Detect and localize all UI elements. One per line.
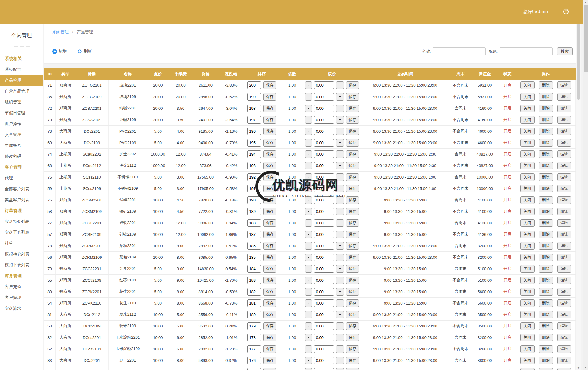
- close-button[interactable]: 关闭: [520, 173, 535, 181]
- bargain-input[interactable]: [314, 242, 334, 250]
- delete-button[interactable]: 删除: [539, 81, 553, 89]
- window-scroll-up-icon[interactable]: ▲: [583, 1, 588, 4]
- delete-button[interactable]: 删除: [539, 334, 553, 341]
- sidebar-item-实盘客户列表[interactable]: 实盘客户列表: [0, 194, 43, 205]
- bargain-save-button[interactable]: 保存: [346, 299, 359, 307]
- close-button[interactable]: 关闭: [520, 368, 535, 370]
- bargain-minus-button[interactable]: -: [305, 231, 312, 238]
- sort-input[interactable]: [247, 93, 261, 101]
- sort-input[interactable]: [247, 185, 261, 192]
- edit-button[interactable]: 编辑: [557, 162, 571, 169]
- bargain-plus-button[interactable]: +: [336, 299, 344, 307]
- bargain-input[interactable]: [314, 368, 334, 370]
- title-filter-input[interactable]: [500, 47, 553, 55]
- sort-save-button[interactable]: 保存: [263, 277, 276, 284]
- bargain-minus-button[interactable]: -: [305, 208, 312, 215]
- bargain-save-button[interactable]: 保存: [346, 196, 359, 204]
- window-scrollbar-thumb[interactable]: [584, 5, 588, 72]
- edit-button[interactable]: 编辑: [557, 116, 571, 124]
- sort-input[interactable]: [247, 368, 261, 370]
- sort-input[interactable]: [247, 173, 261, 181]
- sidebar-item-实盘流水[interactable]: 实盘流水: [0, 303, 43, 314]
- bargain-save-button[interactable]: 保存: [346, 254, 359, 261]
- sort-save-button[interactable]: 保存: [263, 265, 276, 273]
- bargain-plus-button[interactable]: +: [336, 116, 344, 124]
- sort-input[interactable]: [247, 81, 261, 89]
- bargain-input[interactable]: [314, 128, 334, 135]
- sidebar-item-全部客户列表[interactable]: 全部客户列表: [0, 184, 43, 194]
- close-button[interactable]: 关闭: [520, 162, 535, 169]
- bargain-save-button[interactable]: 保存: [346, 185, 359, 192]
- bargain-minus-button[interactable]: -: [305, 288, 312, 296]
- bargain-input[interactable]: [314, 265, 334, 273]
- sort-save-button[interactable]: 保存: [263, 219, 276, 227]
- sort-input[interactable]: [247, 265, 261, 273]
- bargain-minus-button[interactable]: -: [305, 150, 312, 158]
- sort-input[interactable]: [247, 128, 261, 135]
- close-button[interactable]: 关闭: [520, 116, 535, 124]
- bargain-plus-button[interactable]: +: [336, 242, 344, 250]
- bargain-input[interactable]: [314, 299, 334, 307]
- sort-input[interactable]: [247, 162, 261, 169]
- delete-button[interactable]: 删除: [539, 196, 553, 204]
- bargain-minus-button[interactable]: -: [305, 196, 312, 204]
- sort-input[interactable]: [247, 242, 261, 250]
- bargain-plus-button[interactable]: +: [336, 139, 344, 147]
- delete-button[interactable]: 删除: [539, 105, 553, 112]
- edit-button[interactable]: 编辑: [557, 105, 571, 112]
- edit-button[interactable]: 编辑: [557, 219, 571, 227]
- bargain-minus-button[interactable]: -: [305, 219, 312, 227]
- bargain-plus-button[interactable]: +: [336, 254, 344, 261]
- sort-input[interactable]: [247, 277, 261, 284]
- sort-save-button[interactable]: 保存: [263, 299, 276, 307]
- bargain-input[interactable]: [314, 208, 334, 215]
- bargain-minus-button[interactable]: -: [305, 357, 312, 364]
- close-button[interactable]: 关闭: [520, 345, 535, 353]
- close-button[interactable]: 关闭: [520, 254, 535, 261]
- sort-save-button[interactable]: 保存: [263, 185, 276, 192]
- sidebar-item-客户充值[interactable]: 客户充值: [0, 281, 43, 292]
- close-button[interactable]: 关闭: [520, 265, 535, 273]
- close-button[interactable]: 关闭: [520, 322, 535, 330]
- edit-button[interactable]: 编辑: [557, 254, 571, 261]
- bargain-save-button[interactable]: 保存: [346, 311, 359, 318]
- sidebar-item-文章管理[interactable]: 文章管理: [0, 129, 43, 140]
- delete-button[interactable]: 删除: [539, 162, 553, 169]
- bargain-save-button[interactable]: 保存: [346, 105, 359, 112]
- close-button[interactable]: 关闭: [520, 311, 535, 318]
- close-button[interactable]: 关闭: [520, 150, 535, 158]
- sidebar-item-自营产品管理[interactable]: 自营产品管理: [0, 86, 43, 97]
- edit-button[interactable]: 编辑: [557, 93, 571, 101]
- bargain-plus-button[interactable]: +: [336, 288, 344, 296]
- sidebar-item-实盘持仓列表[interactable]: 实盘持仓列表: [0, 216, 43, 227]
- sidebar-item-代理[interactable]: 代理: [0, 173, 43, 184]
- edit-button[interactable]: 编辑: [557, 208, 571, 215]
- delete-button[interactable]: 删除: [539, 265, 553, 273]
- sidebar-item-生成账号[interactable]: 生成账号: [0, 140, 43, 151]
- bargain-input[interactable]: [314, 219, 334, 227]
- delete-button[interactable]: 删除: [539, 139, 553, 147]
- bargain-plus-button[interactable]: +: [336, 322, 344, 330]
- bargain-input[interactable]: [314, 288, 334, 296]
- bargain-plus-button[interactable]: +: [336, 150, 344, 158]
- close-button[interactable]: 关闭: [520, 81, 535, 89]
- edit-button[interactable]: 编辑: [557, 334, 571, 341]
- delete-button[interactable]: 删除: [539, 173, 553, 181]
- sidebar-item-实盘平仓列表[interactable]: 实盘平仓列表: [0, 227, 43, 238]
- close-button[interactable]: 关闭: [520, 185, 535, 192]
- bargain-plus-button[interactable]: +: [336, 277, 344, 284]
- sidebar-item-客户提现[interactable]: 客户提现: [0, 292, 43, 303]
- delete-button[interactable]: 删除: [539, 231, 553, 238]
- close-button[interactable]: 关闭: [520, 93, 535, 101]
- sort-save-button[interactable]: 保存: [263, 208, 276, 215]
- delete-button[interactable]: 删除: [539, 242, 553, 250]
- bargain-save-button[interactable]: 保存: [346, 265, 359, 273]
- bargain-minus-button[interactable]: -: [305, 368, 312, 370]
- bargain-minus-button[interactable]: -: [305, 116, 312, 124]
- delete-button[interactable]: 删除: [539, 150, 553, 158]
- bargain-minus-button[interactable]: -: [305, 93, 312, 101]
- content-scrollbar-thumb[interactable]: [577, 24, 580, 100]
- edit-button[interactable]: 编辑: [557, 277, 571, 284]
- sort-save-button[interactable]: 保存: [263, 105, 276, 112]
- sort-input[interactable]: [247, 231, 261, 238]
